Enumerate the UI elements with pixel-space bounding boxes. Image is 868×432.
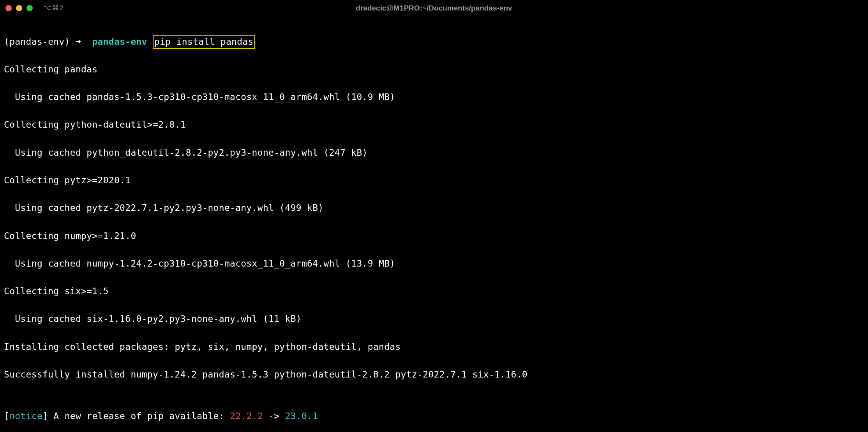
output-line: Using cached pytz-2022.7.1-py2.py3-none-… — [4, 201, 864, 215]
maximize-window-button[interactable] — [26, 5, 33, 11]
tab-shortcut-indicator: ⌥⌘2 — [44, 3, 64, 13]
bracket: [ — [4, 411, 9, 421]
bracket: ] — [42, 411, 48, 421]
output-line: Successfully installed numpy-1.24.2 pand… — [4, 368, 864, 382]
highlighted-command: pip install pandas — [153, 35, 255, 49]
output-line: Using cached six-1.16.0-py2.py3-none-any… — [4, 312, 864, 326]
output-line: Collecting six>=1.5 — [4, 284, 864, 299]
pip-old-version: 22.2.2 — [230, 411, 263, 421]
pip-new-version: 23.0.1 — [285, 411, 318, 421]
pip-notice-line-1: [notice] A new release of pip available:… — [4, 409, 864, 423]
output-line: Using cached numpy-1.24.2-cp310-cp310-ma… — [4, 257, 864, 271]
prompt-line-1: (pandas-env) ➜ pandas-env pip install pa… — [4, 35, 864, 49]
notice-text: A new release of pip available: — [48, 411, 230, 421]
prompt-arrow-icon: ➜ — [76, 37, 81, 47]
notice-tag: notice — [9, 411, 42, 421]
traffic-lights — [5, 5, 33, 11]
output-line: Using cached pandas-1.5.3-cp310-cp310-ma… — [4, 90, 864, 104]
close-window-button[interactable] — [5, 5, 12, 11]
output-line: Installing collected packages: pytz, six… — [4, 340, 864, 354]
window-title: dradecic@M1PRO:~/Documents/pandas-env — [356, 2, 512, 14]
output-line: Collecting python-dateutil>=2.8.1 — [4, 118, 864, 132]
output-line: Collecting numpy>=1.21.0 — [4, 229, 864, 243]
output-line: Collecting pytz>=2020.1 — [4, 174, 864, 188]
venv-indicator: (pandas-env) — [4, 37, 70, 47]
cwd-label: pandas-env — [92, 37, 147, 47]
output-line: Collecting pandas — [4, 63, 864, 77]
window-titlebar: ⌥⌘2 dradecic@M1PRO:~/Documents/pandas-en… — [0, 0, 868, 16]
output-line: Using cached python_dateutil-2.8.2-py2.p… — [4, 146, 864, 160]
minimize-window-button[interactable] — [16, 5, 22, 11]
arrow-text: -> — [263, 411, 285, 421]
terminal-area[interactable]: (pandas-env) ➜ pandas-env pip install pa… — [0, 16, 868, 432]
